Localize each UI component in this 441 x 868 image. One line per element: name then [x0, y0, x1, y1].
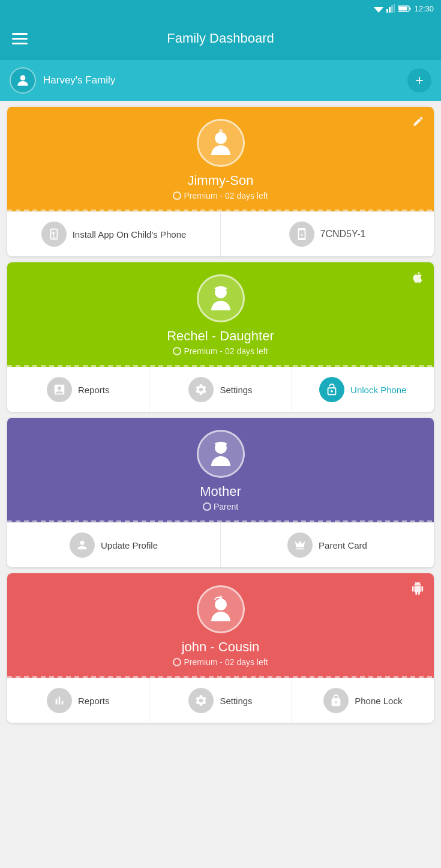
edit-icon-jimmy[interactable]	[412, 115, 424, 130]
svg-rect-8	[399, 7, 407, 10]
page-title: Family Dashboard	[167, 31, 274, 46]
install-app-button[interactable]: Install App On Child's Phone	[7, 212, 221, 256]
code-label: 7CND5Y-1	[320, 229, 366, 240]
family-name: Harvey's Family	[43, 74, 115, 86]
phone-lock-button[interactable]: Phone Lock	[292, 678, 434, 723]
svg-rect-3	[389, 7, 391, 13]
crown-icon-circle	[287, 532, 313, 558]
person-icon-circle	[70, 532, 95, 558]
actions-mother: Update Profile Parent Card	[7, 522, 434, 567]
code-button[interactable]: 7CND5Y-1	[221, 212, 434, 256]
cards-container: Jimmy-Son Premium - 02 days left Install…	[0, 101, 441, 729]
code-icon-circle	[289, 222, 314, 247]
phone-lock-icon-circle	[323, 688, 349, 713]
reports-john-label: Reports	[78, 696, 110, 706]
avatar-john	[197, 585, 245, 633]
reports-john-icon-circle	[47, 688, 72, 713]
parent-card-label: Parent Card	[319, 540, 367, 550]
top-nav: Family Dashboard	[0, 17, 441, 60]
card-header-john: john - Cousin Premium - 02 days left	[7, 573, 434, 678]
name-jimmy: Jimmy-Son	[187, 173, 253, 188]
settings-john-label: Settings	[220, 696, 252, 706]
reports-john-button[interactable]: Reports	[7, 678, 149, 723]
status-icons: 12:30	[374, 4, 434, 13]
status-jimmy: Premium - 02 days left	[173, 191, 268, 200]
unlock-phone-label: Unlock Phone	[350, 385, 406, 395]
avatar-jimmy	[197, 119, 245, 167]
svg-point-11	[219, 129, 223, 133]
status-john: Premium - 02 days left	[173, 657, 268, 667]
reports-rechel-label: Reports	[78, 385, 110, 395]
svg-point-14	[215, 598, 227, 610]
settings-rechel-label: Settings	[220, 385, 252, 395]
family-header-bar: Harvey's Family +	[0, 60, 441, 101]
reports-rechel-button[interactable]: Reports	[7, 367, 149, 412]
unlock-icon-circle	[319, 377, 344, 402]
member-card-john: john - Cousin Premium - 02 days left Rep…	[7, 573, 434, 723]
settings-john-button[interactable]: Settings	[149, 678, 292, 723]
phone-lock-label: Phone Lock	[355, 696, 402, 706]
settings-rechel-button[interactable]: Settings	[149, 367, 292, 412]
member-card-rechel: Rechel - Daughter Premium - 02 days left…	[7, 262, 434, 412]
status-rechel: Premium - 02 days left	[173, 346, 268, 356]
clock-icon-rechel	[173, 347, 181, 355]
settings-icon-circle	[188, 377, 214, 402]
actions-jimmy: Install App On Child's Phone 7CND5Y-1	[7, 211, 434, 256]
family-left: Harvey's Family	[10, 67, 115, 94]
svg-rect-5	[394, 4, 395, 13]
unlock-phone-button[interactable]: Unlock Phone	[292, 367, 434, 412]
member-card-mother: Mother Parent Update Profile	[7, 418, 434, 567]
svg-point-9	[20, 75, 26, 80]
signal-icon	[386, 4, 395, 13]
settings-john-icon-circle	[188, 688, 214, 713]
update-profile-label: Update Profile	[101, 540, 158, 550]
member-card-jimmy: Jimmy-Son Premium - 02 days left Install…	[7, 107, 434, 256]
status-time: 12:30	[414, 4, 434, 13]
add-member-button[interactable]: +	[407, 68, 431, 92]
name-mother: Mother	[200, 484, 241, 499]
svg-rect-4	[391, 5, 393, 13]
reports-icon-circle	[47, 377, 72, 402]
update-profile-button[interactable]: Update Profile	[7, 523, 221, 567]
svg-rect-7	[410, 7, 411, 10]
card-header-rechel: Rechel - Daughter Premium - 02 days left	[7, 262, 434, 367]
wifi-icon	[374, 4, 383, 13]
svg-marker-1	[376, 9, 382, 13]
clock-icon-mother	[203, 502, 211, 511]
status-bar: 12:30	[0, 0, 441, 17]
name-rechel: Rechel - Daughter	[167, 328, 274, 344]
avatar-rechel	[197, 274, 245, 322]
android-icon	[411, 582, 424, 598]
clock-icon-jimmy	[173, 191, 181, 200]
parent-card-button[interactable]: Parent Card	[221, 523, 434, 567]
svg-point-10	[215, 132, 227, 144]
svg-rect-2	[386, 9, 388, 13]
avatar-mother	[197, 430, 245, 478]
actions-rechel: Reports Settings Unlock Phone	[7, 367, 434, 412]
card-header-jimmy: Jimmy-Son Premium - 02 days left	[7, 107, 434, 211]
card-header-mother: Mother Parent	[7, 418, 434, 522]
family-avatar	[10, 67, 36, 94]
menu-button[interactable]	[12, 33, 28, 44]
install-app-label: Install App On Child's Phone	[73, 229, 187, 240]
apple-icon	[411, 271, 424, 287]
battery-icon	[398, 5, 411, 13]
status-mother: Parent	[203, 502, 238, 511]
name-john: john - Cousin	[182, 639, 260, 655]
clock-icon-john	[173, 658, 181, 666]
phone-app-icon-circle	[41, 222, 67, 247]
svg-point-15	[219, 596, 222, 599]
actions-john: Reports Settings Phone Lock	[7, 678, 434, 723]
